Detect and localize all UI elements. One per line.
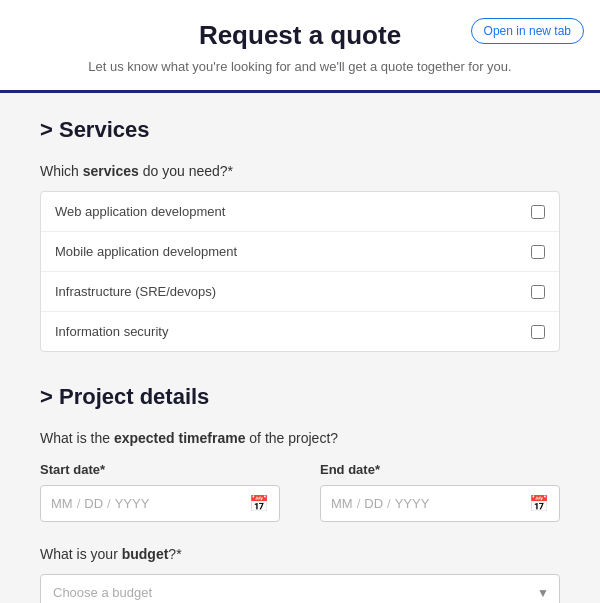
- start-date-placeholder: MM / DD / YYYY: [51, 496, 245, 511]
- service-infra-checkbox[interactable]: [531, 285, 545, 299]
- service-web-item[interactable]: Web application development: [41, 192, 559, 232]
- date-row: Start date* MM / DD / YYYY 📅 End date*: [40, 462, 560, 522]
- main-content: > Services Which services do you need?* …: [0, 93, 600, 603]
- service-mobile-item[interactable]: Mobile application development: [41, 232, 559, 272]
- budget-question: What is your budget?*: [40, 546, 560, 562]
- service-web-checkbox[interactable]: [531, 205, 545, 219]
- end-date-label: End date*: [320, 462, 560, 477]
- service-security-checkbox[interactable]: [531, 325, 545, 339]
- start-date-field: Start date* MM / DD / YYYY 📅: [40, 462, 280, 522]
- service-mobile-checkbox[interactable]: [531, 245, 545, 259]
- end-date-placeholder: MM / DD / YYYY: [331, 496, 525, 511]
- project-section: > Project details What is the expected t…: [40, 384, 560, 603]
- service-security-item[interactable]: Information security: [41, 312, 559, 351]
- services-checkbox-list: Web application development Mobile appli…: [40, 191, 560, 352]
- timeframe-question: What is the expected timeframe of the pr…: [40, 430, 560, 446]
- page-header: Request a quote Let us know what you're …: [0, 0, 600, 93]
- service-web-label: Web application development: [55, 204, 225, 219]
- start-date-calendar-icon[interactable]: 📅: [249, 494, 269, 513]
- budget-select-wrapper[interactable]: Choose a budget Under $10,000 $10,000 - …: [40, 574, 560, 603]
- open-new-tab-button[interactable]: Open in new tab: [471, 18, 584, 44]
- service-infra-item[interactable]: Infrastructure (SRE/devops): [41, 272, 559, 312]
- service-mobile-label: Mobile application development: [55, 244, 237, 259]
- services-question: Which services do you need?*: [40, 163, 560, 179]
- start-date-input-wrapper[interactable]: MM / DD / YYYY 📅: [40, 485, 280, 522]
- budget-select[interactable]: Choose a budget Under $10,000 $10,000 - …: [41, 575, 559, 603]
- end-date-calendar-icon[interactable]: 📅: [529, 494, 549, 513]
- project-section-title: > Project details: [40, 384, 560, 410]
- page-subtitle: Let us know what you're looking for and …: [16, 59, 584, 74]
- services-section-title: > Services: [40, 117, 560, 143]
- services-section: > Services Which services do you need?* …: [40, 117, 560, 352]
- service-infra-label: Infrastructure (SRE/devops): [55, 284, 216, 299]
- end-date-field: End date* MM / DD / YYYY 📅: [320, 462, 560, 522]
- start-date-label: Start date*: [40, 462, 280, 477]
- end-date-input-wrapper[interactable]: MM / DD / YYYY 📅: [320, 485, 560, 522]
- service-security-label: Information security: [55, 324, 168, 339]
